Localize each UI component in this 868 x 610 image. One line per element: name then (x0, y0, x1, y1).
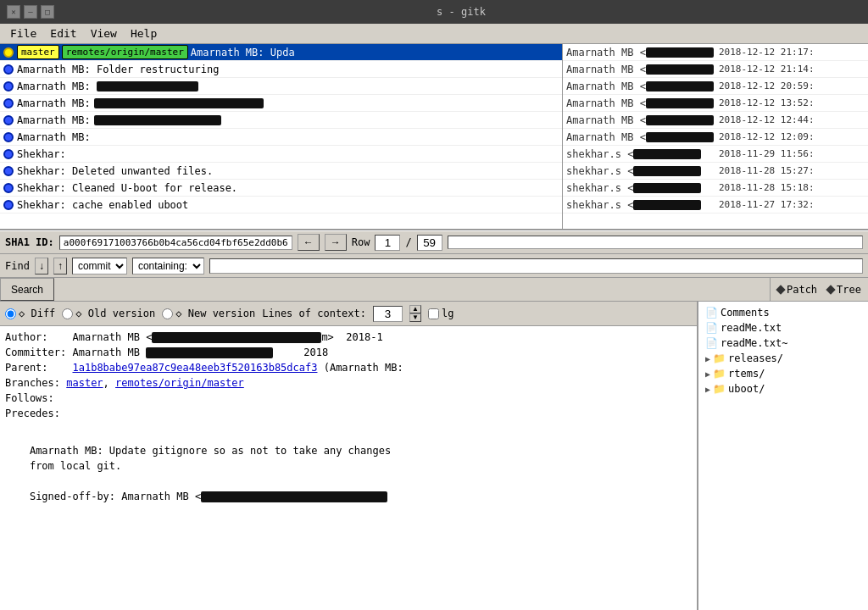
menu-edit[interactable]: Edit (43, 25, 83, 42)
find-label: Find (5, 260, 30, 272)
tree-item-uboot[interactable]: ▶ 📁 uboot/ (702, 381, 865, 396)
author-col: shekhar.s < (566, 182, 719, 194)
find-mode-select[interactable]: containing: (132, 258, 204, 274)
old-version-label: ◇ Old version (75, 308, 155, 319)
date-col: 2018-11-27 17:32: (719, 199, 815, 210)
folder-icon: 📁 (713, 383, 726, 395)
commit-right-row: Amarnath MB < 2018-12-12 12:44: (563, 112, 868, 129)
sha1-bar: SHA1 ID: a000f69171003766b0b4ca56cd04fbf… (0, 230, 868, 254)
date-col: 2018-12-12 12:44: (719, 114, 815, 125)
diff-options: ◇ Diff ◇ Old version ◇ New version Lines… (0, 302, 697, 326)
context-up-btn[interactable]: ▲ (409, 305, 421, 313)
close-button[interactable]: ✕ (7, 5, 20, 19)
window-title: s - gitk (61, 6, 861, 18)
left-panel: ◇ Diff ◇ Old version ◇ New version Lines… (0, 302, 698, 610)
date-col: 2018-12-12 13:52: (719, 97, 815, 108)
diff-radio-label: ◇ Diff (19, 308, 55, 319)
commit-right-row: shekhar.s < 2018-11-29 11:56: (563, 146, 868, 163)
tree-item-label: rtems/ (728, 368, 765, 380)
window-controls[interactable]: ✕ — □ (7, 5, 54, 19)
tree-item-comments[interactable]: 📄 Comments (702, 305, 865, 320)
prev-commit-button[interactable]: ← (298, 234, 320, 251)
file-icon: 📄 (705, 322, 718, 334)
graph-dot (3, 64, 14, 75)
context-spinners[interactable]: ▲ ▼ (409, 305, 421, 322)
commit-row[interactable]: Shekhar: Deleted unwanted files. (0, 163, 562, 180)
author-col: Amarnath MB < (566, 64, 719, 75)
graph-dot (3, 149, 14, 159)
graph-dot (3, 183, 14, 193)
commit-row[interactable]: Amarnath MB: (0, 78, 562, 95)
find-bar: Find ↓ ↑ commit containing: (0, 254, 868, 278)
menu-help[interactable]: Help (124, 25, 164, 42)
parent-line: Parent: 1a1b8babe97ea87c9ea48eeb3f520163… (5, 360, 692, 375)
find-input[interactable] (209, 258, 863, 274)
commit-message: Amarnath MB: (17, 97, 559, 109)
commit-row[interactable]: master remotes/origin/master Amarnath MB… (0, 44, 562, 61)
commit-row[interactable]: Shekhar: cache enabled uboot (0, 197, 562, 214)
tree-arrow-icon: ▶ (705, 354, 710, 363)
maximize-button[interactable]: □ (41, 5, 54, 19)
patch-tree-tabs: Patch Tree (770, 278, 868, 301)
author-col: Amarnath MB < (566, 131, 719, 143)
tree-item-readme-tilde[interactable]: 📄 readMe.txt~ (702, 336, 865, 351)
follows-line: Follows: (5, 391, 692, 406)
ignore-checkbox[interactable] (428, 308, 439, 319)
find-type-select[interactable]: commit (72, 258, 127, 274)
commit-row[interactable]: Amarnath MB: (0, 112, 562, 129)
old-version-radio-input[interactable] (62, 308, 73, 319)
find-up-button[interactable]: ↑ (53, 258, 67, 274)
ignore-label: lg (442, 308, 453, 319)
new-version-radio-input[interactable] (162, 308, 173, 319)
commit-row[interactable]: Shekhar: (0, 146, 562, 163)
commit-row[interactable]: Amarnath MB: Folder restructuring (0, 61, 562, 78)
context-down-btn[interactable]: ▼ (409, 313, 421, 322)
menu-file[interactable]: File (3, 25, 43, 42)
graph-dot (3, 200, 14, 210)
diff-radio[interactable]: ◇ Diff (5, 308, 55, 319)
commit-row[interactable]: Amarnath MB: (0, 95, 562, 112)
tree-item-releases[interactable]: ▶ 📁 releases/ (702, 351, 865, 366)
title-bar: ✕ — □ s - gitk (0, 0, 868, 24)
next-commit-button[interactable]: → (325, 234, 347, 251)
parent-hash-link[interactable]: 1a1b8babe97ea87c9ea48eeb3f520163b85dcaf3 (72, 362, 317, 374)
ignore-check[interactable]: lg (428, 308, 453, 319)
branch-tag-remote: remotes/origin/master (62, 45, 188, 59)
author-col: shekhar.s < (566, 148, 719, 160)
commit-message: Amarnath MB: Folder restructuring (17, 64, 559, 75)
tree-tab[interactable]: Tree (827, 284, 861, 296)
old-version-radio[interactable]: ◇ Old version (62, 308, 155, 319)
search-button[interactable]: Search (0, 278, 54, 301)
lower-area: ◇ Diff ◇ Old version ◇ New version Lines… (0, 302, 868, 610)
patch-tab[interactable]: Patch (777, 284, 817, 296)
commit-right-row: Amarnath MB < 2018-12-12 12:09: (563, 129, 868, 146)
commit-row[interactable]: Amarnath MB: (0, 129, 562, 146)
tree-item-label: readMe.txt (721, 322, 782, 334)
commit-message: Shekhar: (17, 148, 559, 160)
master-branch-link[interactable]: master (66, 377, 103, 389)
menu-view[interactable]: View (84, 25, 124, 42)
commit-row[interactable]: Shekhar: Cleaned U-boot for release. (0, 180, 562, 197)
tree-item-rtems[interactable]: ▶ 📁 rtems/ (702, 366, 865, 381)
graph-dot (3, 98, 14, 108)
diff-content: Author: Amarnath MB <am> 2018-1 Committe… (0, 326, 697, 610)
commit-right-row: shekhar.s < 2018-11-28 15:27: (563, 163, 868, 180)
context-input[interactable] (373, 306, 403, 322)
new-version-radio[interactable]: ◇ New version (162, 308, 255, 319)
graph-dot (3, 81, 14, 92)
commit-message: Shekhar: Cleaned U-boot for release. (17, 182, 559, 194)
minimize-button[interactable]: — (24, 5, 37, 19)
commit-right-row: Amarnath MB < 2018-12-12 21:14: (563, 61, 868, 78)
remote-branch-link[interactable]: remotes/origin/master (115, 377, 244, 389)
search-patch-row: Search Patch Tree (0, 278, 868, 302)
diff-radio-input[interactable] (5, 308, 16, 319)
commit-right-row: Amarnath MB < 2018-12-12 21:17: (563, 44, 868, 61)
commit-graph[interactable]: master remotes/origin/master Amarnath MB… (0, 44, 563, 229)
row-input[interactable] (375, 235, 400, 251)
find-down-button[interactable]: ↓ (35, 258, 48, 274)
row-of: / (405, 236, 411, 248)
commit-right-row: Amarnath MB < 2018-12-12 13:52: (563, 95, 868, 112)
commit-right-row: Amarnath MB < 2018-12-12 20:59: (563, 78, 868, 95)
tree-item-readme[interactable]: 📄 readMe.txt (702, 320, 865, 336)
commit-right-row: shekhar.s < 2018-11-28 15:18: (563, 180, 868, 197)
